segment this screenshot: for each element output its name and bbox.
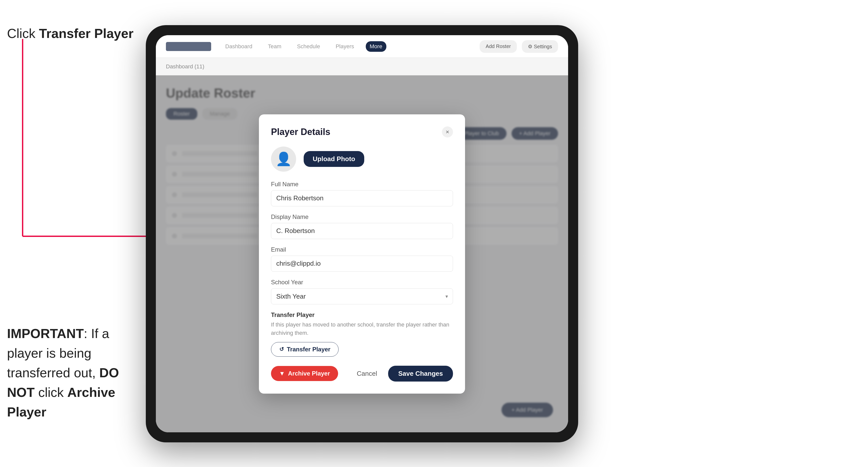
transfer-btn-label: Transfer Player <box>287 346 330 353</box>
nav-item-players[interactable]: Players <box>332 41 358 52</box>
school-year-label: School Year <box>271 279 453 286</box>
modal-title: Player Details <box>271 127 330 137</box>
instruction-top: Click Transfer Player <box>7 25 133 42</box>
app-header: Dashboard Team Schedule Players More Add… <box>156 35 568 58</box>
full-name-group: Full Name <box>271 181 453 206</box>
display-name-label: Display Name <box>271 213 453 220</box>
photo-section: 👤 Upload Photo <box>271 147 453 172</box>
breadcrumb: Dashboard (11) <box>166 63 205 70</box>
add-roster-btn[interactable]: Add Roster <box>479 40 517 53</box>
avatar: 👤 <box>271 147 296 172</box>
email-group: Email <box>271 246 453 272</box>
display-name-input[interactable] <box>271 223 453 239</box>
sub-header: Dashboard (11) <box>156 58 568 75</box>
transfer-player-button[interactable]: ↺ Transfer Player <box>271 342 339 357</box>
full-name-input[interactable] <box>271 190 453 206</box>
player-details-modal: Player Details × 👤 Upload Photo Full Nam… <box>259 114 465 394</box>
content-area: Update Roster Roster Manage Add Player t… <box>156 75 568 432</box>
archive-icon: ▼ <box>279 370 285 377</box>
important-label: IMPORTANT <box>7 326 84 341</box>
transfer-player-section: Transfer Player If this player has moved… <box>271 311 453 357</box>
bottom-text2: click <box>35 385 67 400</box>
display-name-group: Display Name <box>271 213 453 239</box>
modal-header: Player Details × <box>271 126 453 137</box>
transfer-section-desc: If this player has moved to another scho… <box>271 320 453 337</box>
archive-btn-label: Archive Player <box>288 370 330 377</box>
tablet-frame: Dashboard Team Schedule Players More Add… <box>146 25 578 442</box>
transfer-section-title: Transfer Player <box>271 311 453 318</box>
email-input[interactable] <box>271 256 453 272</box>
archive-player-button[interactable]: ▼ Archive Player <box>271 366 338 381</box>
nav-item-team[interactable]: Team <box>264 41 285 52</box>
school-year-select[interactable]: First Year Second Year Third Year Fourth… <box>271 288 453 304</box>
modal-footer: ▼ Archive Player Cancel Save Changes <box>271 366 453 381</box>
settings-btn[interactable]: ⚙ Settings <box>522 40 558 53</box>
modal-overlay: Player Details × 👤 Upload Photo Full Nam… <box>156 75 568 432</box>
nav-item-dashboard[interactable]: Dashboard <box>221 41 256 52</box>
close-button[interactable]: × <box>442 126 453 137</box>
transfer-icon: ↺ <box>279 346 284 353</box>
app-logo <box>166 42 211 51</box>
nav-items: Dashboard Team Schedule Players More <box>221 41 470 52</box>
select-wrapper: First Year Second Year Third Year Fourth… <box>271 288 453 304</box>
cancel-button[interactable]: Cancel <box>351 366 383 381</box>
header-right: Add Roster ⚙ Settings <box>479 40 558 53</box>
tablet-screen: Dashboard Team Schedule Players More Add… <box>156 35 568 432</box>
email-label: Email <box>271 246 453 253</box>
instruction-bottom: IMPORTANT: If a player is being transfer… <box>7 324 138 422</box>
instruction-top-prefix: Click <box>7 26 39 41</box>
save-changes-button[interactable]: Save Changes <box>388 366 453 381</box>
full-name-label: Full Name <box>271 181 453 188</box>
nav-item-more[interactable]: More <box>366 41 386 52</box>
upload-photo-button[interactable]: Upload Photo <box>304 151 364 167</box>
user-icon: 👤 <box>276 151 292 167</box>
nav-item-schedule[interactable]: Schedule <box>293 41 324 52</box>
instruction-top-bold: Transfer Player <box>39 26 133 41</box>
school-year-group: School Year First Year Second Year Third… <box>271 279 453 304</box>
